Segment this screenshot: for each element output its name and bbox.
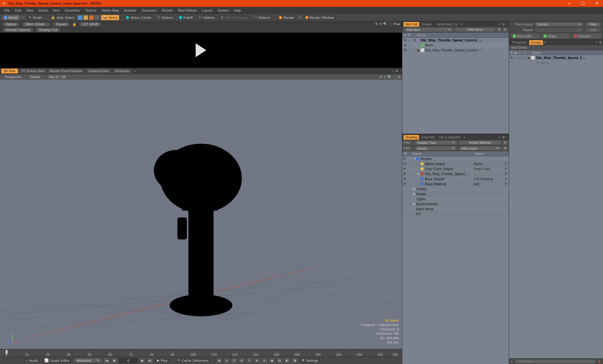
key-tool-10[interactable]: ◧ xyxy=(284,358,290,363)
play-render-button[interactable] xyxy=(196,43,206,57)
prev-key-button[interactable]: ◀| xyxy=(111,358,117,363)
filter-s-button[interactable]: S xyxy=(497,27,502,32)
tab-groups[interactable]: Groups xyxy=(529,40,543,45)
tab-shading[interactable]: Shading xyxy=(404,135,419,140)
vp-raygl-dropdown[interactable]: Ray GL: Off xyxy=(46,75,69,79)
menu-dynamics[interactable]: Dynamics xyxy=(139,8,159,12)
current-frame-input[interactable] xyxy=(119,358,138,363)
shader-row[interactable]: ▶Environments xyxy=(402,201,509,206)
auto-add-toggle[interactable]: Auto Add xyxy=(511,34,540,39)
expand-icon[interactable]: ⤢ xyxy=(498,135,501,139)
rp-lut-dropdown[interactable]: LUT: sRGB xyxy=(79,22,101,26)
menu-system[interactable]: System xyxy=(215,8,231,12)
play-button[interactable]: ▶ Play xyxy=(155,358,170,363)
menu-help[interactable]: Help xyxy=(231,8,244,12)
rp-paused-label[interactable]: Paused xyxy=(53,22,70,26)
graph-editor-button[interactable]: 📈 Graph Editor xyxy=(42,358,72,363)
menu-item[interactable]: Item xyxy=(51,8,62,12)
auto-select-button[interactable]: 🔒 Auto Select xyxy=(49,15,76,20)
menu-maxtomodo[interactable]: MaxToModo xyxy=(176,8,199,12)
shader-row[interactable]: FX xyxy=(402,211,509,217)
menu-texture[interactable]: Texture xyxy=(83,8,99,12)
shader-row[interactable]: 👁▼Render xyxy=(402,156,509,161)
group-name[interactable]: Old_Ship_Throttle_Speed_C… xyxy=(536,56,586,60)
add-tab-button[interactable]: + xyxy=(134,69,136,73)
new-group-button[interactable]: New Group xyxy=(509,45,603,50)
rp-camera-dropdown[interactable]: (Render Camera) xyxy=(3,28,33,32)
tab-infostats[interactable]: Info & Statistics xyxy=(437,135,463,140)
gear-icon[interactable]: ✻ xyxy=(502,135,505,139)
polygon-mode-icon[interactable] xyxy=(89,15,94,20)
items-mode-button[interactable]: 📦 Items xyxy=(101,15,119,20)
shader-row[interactable]: 👁Base ShaderFull Shading▾ xyxy=(402,176,509,181)
close-button[interactable]: ✕ xyxy=(592,1,601,6)
tab-gradient[interactable]: Gradient Editor xyxy=(86,69,112,73)
close-icon[interactable]: ‹ xyxy=(506,22,508,26)
falloff-button[interactable]: Falloff xyxy=(177,15,195,20)
render-window-button[interactable]: Render Window xyxy=(303,15,336,20)
rotate-icon[interactable]: ⟲ xyxy=(383,75,386,79)
key-tool-9[interactable]: ▤ xyxy=(277,358,282,363)
key-tool-11[interactable]: ◨ xyxy=(292,358,297,363)
key-tool-4[interactable]: ⊟ xyxy=(239,358,245,363)
add-layer-dropdown[interactable]: Add Layer▼ xyxy=(459,146,502,151)
shader-row[interactable]: Bake Items xyxy=(402,206,509,211)
key-tool-8[interactable]: ▣ xyxy=(269,358,275,363)
minimize-button[interactable]: ─ xyxy=(565,1,573,6)
shader-row[interactable]: 👁Final Color OutputFinal Color▾ xyxy=(402,166,509,171)
render-button[interactable]: Render xyxy=(277,15,297,20)
key-tool-3[interactable]: ⊡ xyxy=(231,358,237,363)
next-key-button[interactable]: |▶ xyxy=(140,358,145,363)
menu-animate[interactable]: Animate xyxy=(121,8,139,12)
menu-layout[interactable]: Layout xyxy=(199,8,215,12)
passes-dropdown[interactable]: ▼ xyxy=(535,28,584,32)
vp-perspective-dropdown[interactable]: Perspective xyxy=(2,75,24,79)
gear-icon[interactable]: ✻ xyxy=(599,40,602,45)
menu-view[interactable]: View xyxy=(24,8,36,12)
move-icon[interactable]: ✥ xyxy=(379,75,382,79)
groups-tree[interactable]: 👁•☐☐▶ Old_Ship_Throttle_Speed_C… 17 Item… xyxy=(509,55,603,358)
shader-row[interactable]: Lights xyxy=(402,196,509,201)
options-button-2[interactable]: ☐ Options xyxy=(196,15,217,20)
passgroups-dropdown[interactable]: (none)▼ xyxy=(535,22,584,27)
add-tab-button[interactable]: + xyxy=(463,135,465,139)
cache-deformers-button[interactable]: ⟳ Cache Deformers xyxy=(175,358,211,363)
menu-vertexmap[interactable]: Vertex Map xyxy=(99,8,122,12)
rp-effect-dropdown[interactable]: Effect: (Shadi… xyxy=(22,22,50,26)
passes-new-button[interactable]: New xyxy=(585,28,601,32)
key-tool-1[interactable]: ◉ xyxy=(216,358,222,363)
fit-icon[interactable]: ⛶ xyxy=(393,75,397,79)
menu-render[interactable]: Render xyxy=(159,8,176,12)
passgroups-new-button[interactable]: New xyxy=(585,22,601,27)
tab-properties[interactable]: Properties xyxy=(510,40,529,45)
itemlist-tree[interactable]: 👁•▼Old_Ship_Throttle_Speed_Control_…👁•Me… xyxy=(402,38,509,134)
rp-options-button[interactable]: Options xyxy=(3,22,19,26)
3d-viewport[interactable]: +Z No Items xyxy=(0,80,402,349)
gear-icon[interactable]: ✻ xyxy=(395,69,398,73)
arrow-icon[interactable]: ▶ xyxy=(398,22,400,26)
menu-select[interactable]: Select xyxy=(36,8,51,12)
audio-button[interactable]: ♫ Audio xyxy=(23,358,40,363)
tab-images[interactable]: Images xyxy=(420,22,434,27)
select-through-button[interactable]: ▦ Select Through xyxy=(218,15,250,20)
tab-3dview[interactable]: 3D View xyxy=(1,69,18,73)
key-mode-dropdown[interactable]: Animated▼ xyxy=(74,358,102,363)
tab-channels[interactable]: Channels xyxy=(420,135,437,140)
close-icon[interactable]: ‹ xyxy=(506,135,508,139)
gear-icon[interactable]: ✻ xyxy=(502,22,505,26)
gear-icon[interactable]: ✻ xyxy=(394,22,396,26)
chevron-right-icon[interactable]: ▸ xyxy=(511,359,513,363)
key-tool-7[interactable]: ⊖ xyxy=(262,358,267,363)
apply-button[interactable]: Apply xyxy=(542,34,571,39)
assign-material-button[interactable]: Assign Material xyxy=(459,140,502,145)
expand-icon[interactable]: ⤢ xyxy=(595,40,598,45)
vp-shading-dropdown[interactable]: Default xyxy=(27,75,43,79)
key-tool-2[interactable]: ◎ xyxy=(224,358,230,363)
tab-renderpreset[interactable]: Render Preset Browser xyxy=(47,69,85,73)
item-row[interactable]: 👁•▶Old_Ship_Throttle_Speed_Control(2) xyxy=(402,48,509,53)
rotate-icon[interactable]: ⟲ xyxy=(379,22,382,26)
maximize-button[interactable]: ☐ xyxy=(579,1,587,6)
axis-gizmo-icon[interactable] xyxy=(6,332,19,345)
tab-itemlist[interactable]: Item List xyxy=(404,22,419,27)
item-row[interactable]: 👁•Mesh xyxy=(402,43,509,48)
